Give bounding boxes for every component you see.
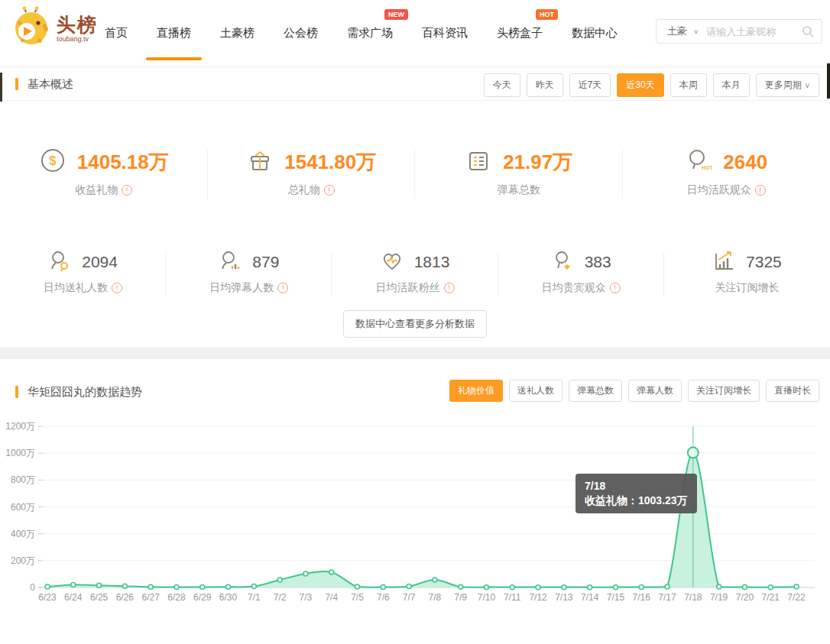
info-icon[interactable] [444, 283, 455, 293]
filter-more-periods[interactable]: 更多周期 [756, 73, 819, 97]
svg-text:7/15: 7/15 [607, 592, 625, 603]
stat-label: 弹幕总数 [415, 183, 623, 197]
search-category-select[interactable]: 土豪 [667, 24, 687, 38]
stat-daily-active-fans: 1813 日均活跃粉丝 [332, 249, 498, 295]
tab-gifter-count[interactable]: 送礼人数 [509, 380, 563, 402]
stat-label-text: 日均弹幕人数 [209, 281, 274, 295]
tooltip-date: 7/18 [585, 479, 688, 494]
period-filters: 今天 昨天 近7天 近30天 本周 本月 更多周期 [484, 73, 819, 97]
nav-item-live-rank[interactable]: 直播榜 [157, 26, 191, 40]
tab-gift-value[interactable]: 礼物价值 [449, 380, 503, 402]
overview-section: 基本概述 今天 昨天 近7天 近30天 本周 本月 更多周期 $ 1405.18… [0, 67, 830, 348]
svg-text:7/12: 7/12 [529, 592, 547, 603]
section-accent-bar [15, 78, 18, 90]
stat-label-text: 弹幕总数 [498, 183, 540, 197]
nav-item-tuhao-rank[interactable]: 土豪榜 [220, 26, 255, 40]
nav-item-home[interactable]: 首页 [105, 26, 128, 40]
chart-tooltip: 7/18 收益礼物：1003.23万 [575, 474, 697, 513]
stat-value: 1813 [414, 253, 450, 271]
svg-text:7/16: 7/16 [633, 592, 651, 603]
search-input[interactable] [705, 25, 802, 38]
info-icon[interactable] [610, 283, 621, 293]
main-nav: 首页 直播榜 土豪榜 公会榜 需求广场 NEW 百科资讯 头榜盒子 HOT 数据… [105, 0, 618, 66]
stat-danmu-total: 21.97万 弹幕总数 [415, 147, 623, 197]
overview-header: 基本概述 今天 昨天 近7天 近30天 本周 本月 更多周期 [0, 67, 830, 101]
nav-item-data-center[interactable]: 数据中心 [572, 26, 618, 40]
search-bar: 土豪 [656, 19, 822, 44]
mascot-icon [11, 6, 52, 50]
trend-metric-tabs: 礼物价值 送礼人数 弹幕总数 弹幕人数 关注订阅增长 直播时长 [449, 380, 819, 402]
tab-danmu-users[interactable]: 弹幕人数 [628, 380, 682, 402]
stat-label: 关注订阅增长 [664, 281, 830, 295]
search-icon[interactable] [802, 25, 814, 37]
svg-text:7/1: 7/1 [248, 592, 261, 603]
screen-edge-artifact [0, 73, 2, 102]
info-icon[interactable] [277, 283, 288, 293]
info-icon[interactable] [112, 283, 122, 293]
scrollbar-artifact[interactable] [827, 63, 830, 99]
svg-text:7/10: 7/10 [478, 592, 496, 603]
nav-item-guild-rank[interactable]: 公会榜 [284, 26, 318, 40]
top-navbar: 头榜 toubang.tv 首页 直播榜 土豪榜 公会榜 需求广场 NEW 百科… [0, 0, 830, 67]
tooltip-value: 收益礼物：1003.23万 [585, 494, 688, 508]
trend-chart[interactable]: 0200万400万600万800万1000万1200万6/236/246/256… [0, 416, 830, 611]
nav-item-toubang-box[interactable]: 头榜盒子 HOT [497, 26, 543, 40]
stat-daily-danmu-users: 879 日均弹幕人数 [166, 249, 332, 295]
stat-label-text: 日均送礼人数 [44, 281, 108, 295]
info-icon[interactable] [122, 185, 132, 196]
svg-text:7/19: 7/19 [710, 592, 728, 603]
svg-text:7/18: 7/18 [684, 592, 702, 603]
nav-item-label: 直播榜 [157, 26, 191, 39]
info-icon[interactable] [324, 185, 335, 196]
stat-label: 收益礼物 [0, 183, 208, 197]
svg-text:6/29: 6/29 [193, 592, 212, 603]
svg-text:HOT: HOT [702, 165, 712, 170]
tab-danmu-total[interactable]: 弹幕总数 [569, 380, 622, 402]
svg-text:7/14: 7/14 [581, 592, 599, 603]
info-icon[interactable] [755, 185, 766, 196]
svg-text:6/23: 6/23 [38, 592, 57, 603]
stat-label-text: 总礼物 [288, 183, 320, 197]
stat-daily-gifters: 2094 日均送礼人数 [0, 249, 166, 295]
svg-text:$: $ [49, 154, 56, 167]
chevron-down-icon [805, 81, 810, 89]
stat-label-text: 关注订阅增长 [715, 281, 779, 295]
svg-text:6/30: 6/30 [219, 592, 238, 603]
svg-text:7/13: 7/13 [555, 592, 573, 603]
data-center-more-button[interactable]: 数据中心查看更多分析数据 [343, 310, 487, 338]
secondary-stats-row: 2094 日均送礼人数 879 日均弹幕人数 1813 [0, 249, 830, 295]
stat-label: 日均活跃粉丝 [332, 281, 498, 295]
stat-daily-active-viewers: HOT 2640 日均活跃观众 [623, 147, 830, 197]
svg-text:1200万: 1200万 [5, 421, 35, 432]
brand-logo[interactable]: 头榜 toubang.tv [11, 6, 98, 50]
coin-icon: $ [39, 147, 66, 177]
danmu-list-icon [465, 147, 492, 177]
stat-value: 7325 [746, 253, 782, 271]
stat-label: 日均送礼人数 [0, 281, 166, 295]
nav-item-label: 头榜盒子 [497, 26, 543, 39]
stat-daily-vip-viewers: 383 日均贵宾观众 [498, 249, 664, 295]
stat-value: 383 [585, 253, 611, 271]
brand-name-cn: 头榜 [57, 15, 98, 34]
filter-this-month[interactable]: 本月 [713, 73, 750, 97]
filter-30days[interactable]: 近30天 [617, 73, 663, 97]
active-tab-underline [146, 57, 202, 60]
svg-text:7/4: 7/4 [325, 592, 338, 603]
heart-pulse-icon [381, 249, 404, 275]
svg-text:7/3: 7/3 [300, 592, 313, 603]
page: 头榜 toubang.tv 首页 直播榜 土豪榜 公会榜 需求广场 NEW 百科… [0, 0, 830, 644]
filter-yesterday[interactable]: 昨天 [527, 73, 563, 97]
svg-text:0: 0 [30, 582, 35, 593]
tab-follow-growth[interactable]: 关注订阅增长 [688, 380, 760, 402]
nav-item-demand-plaza[interactable]: 需求广场 NEW [347, 26, 393, 40]
section-accent-bar [15, 386, 18, 398]
nav-item-wiki-news[interactable]: 百科资讯 [422, 26, 468, 40]
stat-value: 2640 [723, 150, 767, 174]
filter-this-week[interactable]: 本周 [670, 73, 707, 97]
svg-text:7/8: 7/8 [429, 592, 442, 603]
chevron-down-icon[interactable] [693, 28, 699, 35]
filter-today[interactable]: 今天 [484, 73, 520, 97]
hot-badge: HOT [536, 9, 558, 20]
filter-7days[interactable]: 近7天 [569, 73, 611, 97]
tab-live-duration[interactable]: 直播时长 [766, 380, 819, 402]
